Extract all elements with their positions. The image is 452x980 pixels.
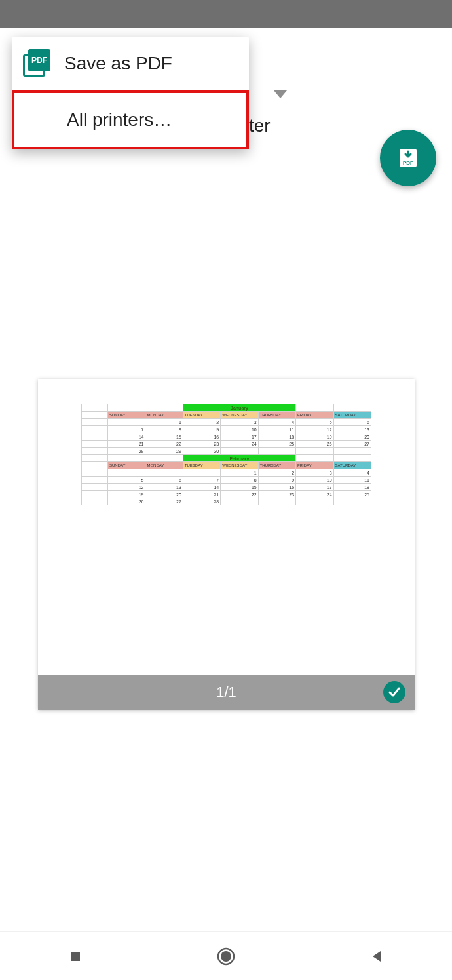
square-icon bbox=[67, 949, 83, 964]
chevron-down-icon[interactable] bbox=[274, 90, 287, 98]
print-preview-area[interactable]: JanuarySUNDAYMONDAYTUESDAYWEDNESDAYTHURS… bbox=[0, 160, 452, 932]
nav-recent-button[interactable] bbox=[64, 945, 86, 968]
system-nav-bar bbox=[0, 931, 452, 980]
page-selected-check-icon[interactable] bbox=[383, 681, 405, 703]
page-indicator: 1/1 bbox=[216, 684, 236, 701]
nav-home-button[interactable] bbox=[215, 945, 237, 968]
preview-page-content: JanuarySUNDAYMONDAYTUESDAYWEDNESDAYTHURS… bbox=[81, 404, 371, 505]
dropdown-item-label: All printers… bbox=[67, 109, 172, 130]
page-footer: 1/1 bbox=[38, 675, 415, 710]
dropdown-item-all-printers[interactable]: All printers… bbox=[12, 90, 249, 149]
save-pdf-fab[interactable]: PDF bbox=[380, 130, 436, 186]
dropdown-item-label: Save as PDF bbox=[64, 53, 172, 74]
dropdown-item-save-as-pdf[interactable]: PDF Save as PDF bbox=[12, 37, 249, 90]
obscured-label: ter bbox=[249, 115, 271, 136]
triangle-left-icon bbox=[369, 949, 385, 964]
circle-icon bbox=[216, 947, 236, 966]
svg-point-4 bbox=[221, 951, 231, 962]
printer-dropdown: PDF Save as PDF All printers… bbox=[12, 37, 249, 149]
pdf-icon: PDF bbox=[22, 49, 52, 79]
nav-back-button[interactable] bbox=[366, 945, 388, 968]
download-pdf-icon: PDF bbox=[396, 146, 420, 170]
svg-text:PDF: PDF bbox=[403, 160, 413, 166]
preview-page[interactable]: JanuarySUNDAYMONDAYTUESDAYWEDNESDAYTHURS… bbox=[38, 379, 415, 710]
status-bar bbox=[0, 0, 452, 28]
svg-rect-2 bbox=[71, 952, 80, 961]
